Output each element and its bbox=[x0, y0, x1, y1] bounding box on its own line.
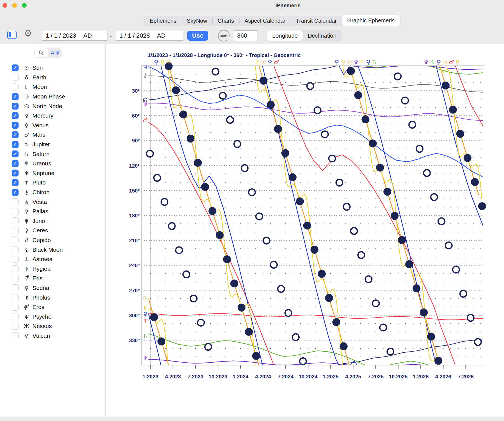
black-moon-checkbox[interactable] bbox=[12, 246, 19, 253]
start-date-field[interactable]: 1 / 1 / 2023 AD bbox=[42, 31, 107, 41]
mode-option-declination[interactable]: Declination bbox=[303, 30, 341, 41]
planet-label: Chiron bbox=[32, 189, 50, 196]
tab-graphic-ephemeris[interactable]: Graphic Ephemeris bbox=[342, 15, 400, 26]
left-start-marker: ♂ bbox=[143, 117, 148, 124]
x-axis-label: 1.2025 bbox=[323, 374, 338, 380]
new-moon-marker bbox=[427, 333, 435, 341]
moon-phase-checkbox[interactable] bbox=[12, 93, 19, 100]
top-ingress-marker: ☿ bbox=[342, 59, 345, 66]
sidebar-item-eris: ⚥Eris bbox=[0, 274, 105, 283]
astraea-checkbox[interactable] bbox=[12, 256, 19, 263]
degree-range-input[interactable]: 360 bbox=[234, 30, 258, 41]
full-moon-marker bbox=[475, 339, 481, 345]
new-moon-marker bbox=[150, 313, 158, 321]
planet-label: Mars bbox=[32, 131, 45, 138]
full-moon-marker bbox=[460, 290, 467, 297]
planet-filter-button[interactable]: ♃♅ bbox=[48, 50, 62, 56]
tab-ephemeris[interactable]: Ephemeris bbox=[145, 16, 182, 26]
venus-checkbox[interactable] bbox=[12, 122, 19, 129]
pluto-checkbox[interactable] bbox=[12, 179, 19, 186]
nessus-checkbox[interactable] bbox=[12, 323, 19, 330]
sidebar-item-saturn: ♄Saturn bbox=[0, 149, 105, 159]
planet-label: Cupido bbox=[32, 237, 51, 243]
vulcan-checkbox[interactable] bbox=[12, 332, 19, 339]
sun-checkbox[interactable] bbox=[12, 64, 19, 71]
vesta-checkbox[interactable] bbox=[12, 198, 19, 205]
new-moon-marker bbox=[252, 352, 260, 360]
minimize-button[interactable] bbox=[12, 3, 17, 8]
top-ingress-marker: ♂ bbox=[449, 59, 454, 66]
planet-label: Eris bbox=[32, 275, 42, 282]
ceres-glyph-icon: ⚳ bbox=[22, 227, 31, 233]
tab-charts[interactable]: Charts bbox=[212, 16, 239, 26]
new-moon-marker bbox=[456, 130, 464, 138]
mode-segmented-control: LongitudeDeclination bbox=[267, 30, 342, 41]
planet-label: Psyche bbox=[32, 313, 52, 320]
sidebar-item-sun: ☉Sun bbox=[0, 63, 105, 73]
psyche-checkbox[interactable] bbox=[12, 313, 19, 320]
pallas-glyph-icon: ⚴ bbox=[22, 208, 31, 214]
mars-checkbox[interactable] bbox=[12, 131, 19, 138]
sidebar-item-chiron: ⚷Chiron bbox=[0, 188, 105, 197]
uranus-checkbox[interactable] bbox=[12, 160, 19, 167]
graphic-ephemeris-chart: 1.20234.20237.202310.20231.20244.20247.2… bbox=[106, 44, 504, 417]
sun-glyph-icon: ☉ bbox=[22, 65, 31, 71]
tab-aspect-calendar[interactable]: Aspect Calendar bbox=[239, 16, 291, 26]
pallas-checkbox[interactable] bbox=[12, 208, 19, 215]
cupido-checkbox[interactable] bbox=[12, 237, 19, 243]
saturn-glyph-icon: ♄ bbox=[22, 151, 31, 157]
use-button[interactable]: Use bbox=[187, 31, 208, 41]
saturn-checkbox[interactable] bbox=[12, 150, 19, 157]
chiron-glyph-icon: ⚷ bbox=[22, 189, 31, 195]
sidebar-toggle-icon[interactable] bbox=[7, 31, 17, 39]
hygiea-checkbox[interactable] bbox=[12, 265, 19, 272]
jupiter-checkbox[interactable] bbox=[12, 141, 19, 148]
planet-label: Pallas bbox=[32, 208, 48, 215]
moon-phase-glyph-icon: ☽ bbox=[22, 93, 31, 100]
end-date-era: AD bbox=[157, 32, 166, 39]
sidebar-item-hygiea: ⚕Hygiea bbox=[0, 264, 105, 274]
earth-checkbox[interactable] bbox=[12, 74, 19, 81]
north-node-checkbox[interactable] bbox=[12, 103, 19, 110]
new-moon-marker bbox=[303, 222, 311, 230]
tab-skynow[interactable]: SkyNow bbox=[182, 16, 212, 26]
moon-checkbox[interactable] bbox=[12, 84, 19, 90]
search-icon[interactable] bbox=[35, 48, 48, 57]
left-start-marker: ♅ bbox=[143, 102, 148, 108]
full-moon-marker bbox=[285, 310, 292, 316]
ceres-checkbox[interactable] bbox=[12, 227, 19, 234]
tab-transit-calendar[interactable]: Transit Calendar bbox=[291, 16, 342, 26]
x-axis-label: 1.2024 bbox=[233, 374, 249, 380]
mercury-checkbox[interactable] bbox=[12, 112, 19, 119]
zoom-button[interactable] bbox=[22, 3, 27, 8]
left-start-marker: ♆ bbox=[143, 355, 148, 361]
full-moon-marker bbox=[154, 175, 160, 181]
top-ingress-marker: ♆ bbox=[353, 59, 359, 66]
rotate-360-icon[interactable]: 360° bbox=[218, 30, 230, 41]
sidebar-item-mars: ♂Mars bbox=[0, 130, 105, 140]
full-moon-marker bbox=[394, 73, 401, 80]
new-moon-marker bbox=[179, 111, 187, 119]
planet-label: Vesta bbox=[32, 199, 47, 205]
end-date-field[interactable]: 1 / 1 / 2028 AD bbox=[116, 31, 183, 41]
eros-checkbox[interactable] bbox=[12, 304, 19, 311]
mode-option-longitude[interactable]: Longitude bbox=[267, 30, 303, 41]
chiron-checkbox[interactable] bbox=[12, 189, 19, 196]
x-axis-label: 4.2024 bbox=[255, 374, 271, 380]
juno-checkbox[interactable] bbox=[12, 217, 19, 224]
gear-icon[interactable]: ⚙ bbox=[24, 28, 32, 39]
neptune-checkbox[interactable] bbox=[12, 170, 19, 176]
pholus-checkbox[interactable] bbox=[12, 294, 19, 301]
full-moon-marker bbox=[300, 358, 306, 365]
close-button[interactable] bbox=[2, 3, 7, 8]
full-moon-marker bbox=[205, 344, 212, 350]
top-ingress-marker: ☉ bbox=[347, 59, 352, 66]
full-moon-marker bbox=[358, 252, 364, 258]
new-moon-marker bbox=[281, 149, 289, 157]
x-axis-label: 4.2026 bbox=[435, 374, 451, 380]
sedna-checkbox[interactable] bbox=[12, 284, 19, 291]
sidebar-item-vulcan: ѴVulcan bbox=[0, 331, 105, 341]
sidebar-item-psyche: ΨPsyche bbox=[0, 312, 105, 321]
y-axis-label: 240° bbox=[129, 263, 140, 268]
eris-checkbox[interactable] bbox=[12, 275, 19, 282]
